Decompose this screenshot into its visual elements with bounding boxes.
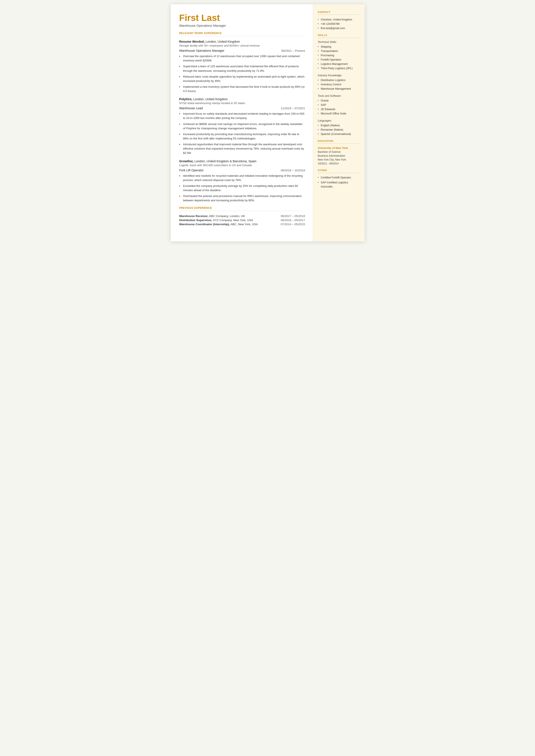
tool-sap: SAP [318,103,360,107]
bullet-1-3: Reduced labor costs despite opposition b… [179,74,305,83]
edu-location: New York City, New York [318,158,360,162]
bullet-1-2: Supervised a team of 125 warehouse assoc… [179,64,305,73]
bullet-3-2: Exceeded the company productivity averag… [179,184,305,192]
lang-spanish: Spanish (Conversational) [318,132,360,136]
candidate-name: First Last [179,13,305,23]
edu-field: Business Administration [318,154,360,158]
job-title: Warehouse Operations Manager [179,24,305,27]
bullet-2-2: Achieved an $890K annual cost savings on… [179,122,305,130]
prev-exp-dates-2: 06/2016 – 05/2017 [281,218,305,222]
job-row-2: Warehouse Lead 11/2019 – 07/2021 [179,106,305,110]
bullet-3-1: Identified new markets for recycled mate… [179,174,305,182]
other-item-2: SAP Certified Logistics Associate. [318,181,360,189]
prev-exp-title-3: Warehouse Coordinator (Internship), ABC,… [179,223,258,226]
skill-inventory: Inventory Control [318,82,360,87]
company-name-3: Growthsi, London, United Kingdom & Barce… [179,159,257,163]
languages-list: English (Native) Romanian (Native) Spani… [318,123,360,136]
skill-shipping: Shipping [318,44,360,49]
job-dates-3: 06/2018 – 10/2019 [281,169,305,172]
bullet-1-4: Implemented a new inventory system that … [179,85,305,93]
section-divider [179,36,305,36]
edu-school: University of New York [318,146,360,150]
previous-experience-header: PREVIOUS EXPERIENCE [179,207,305,210]
job-bullets-2: Improved focus on safety standards and d… [179,112,305,155]
company-desc-3: Logistic SaaS with 950,000 subscribers i… [179,164,305,167]
company-desc-2: NYSE-listed warehousing startup located … [179,101,305,105]
job-bullets-1: Oversaw the operations of 12 warehouses … [179,54,305,93]
job-role-3: Fork Lift Operator [179,169,204,172]
skill-3pl: Third-Party Logistics (3PL) [318,66,360,70]
lang-romanian: Romanian (Native) [318,127,360,132]
bullet-2-3: Increased productivity by promoting lean… [179,132,305,141]
company-name-1: Resume Worded, London, United Kingdom [179,40,240,43]
contact-divider [318,14,360,15]
prev-exp-dates-1: 06/2017 – 05/2018 [281,214,305,218]
industry-knowledge-label: Industry Knowledge: [318,74,360,77]
company-line-3: Growthsi, London, United Kingdom & Barce… [179,159,305,163]
tool-jd-edwards: JD Edwards [318,107,360,111]
company-name-2: Polyhire, London, United Kingdom [179,98,228,101]
contact-phone: +44 123456789 [318,22,360,26]
previous-experience-list: Warehouse Receiver, ABC Company, London,… [179,214,305,226]
job-role-1: Warehouse Operations Manager [179,49,225,52]
prev-exp-row-3: Warehouse Coordinator (Internship), ABC,… [179,223,305,226]
job-role-2: Warehouse Lead [179,106,203,110]
prev-exp-title-1: Warehouse Receiver, ABC Company, London,… [179,214,245,218]
bullet-2-1: Improved focus on safety standards and d… [179,112,305,120]
company-line-1: Resume Worded, London, United Kingdom [179,40,305,43]
prev-exp-title-2: Distribution Supervisor, XYZ Company, Ne… [179,218,253,222]
job-block-1: Resume Worded, London, United Kingdom St… [179,40,305,93]
contact-location: Cheshire, United Kingdom [318,17,360,22]
job-row-3: Fork Lift Operator 06/2018 – 10/2019 [179,169,305,172]
job-block-2: Polyhire, London, United Kingdom NYSE-li… [179,97,305,155]
contact-email: first.last@gmail.com [318,26,360,30]
job-block-3: Growthsi, London, United Kingdom & Barce… [179,159,305,203]
relevant-work-experience-header: RELEVANT WORK EXPERIENCE [179,32,305,35]
other-item-1: Certified Forklift Operator. [318,176,360,180]
contact-header: CONTACT [318,11,360,14]
other-header: OTHER [318,169,360,172]
prev-exp-row-1: Warehouse Receiver, ABC Company, London,… [179,214,305,218]
lang-english: English (Native) [318,123,360,127]
tool-ms-office: Microsoft Office Suite [318,111,360,116]
edu-degree: Bachelor of Science [318,150,360,154]
skill-warehouse: Warehouse Management [318,87,360,91]
skills-divider [318,38,360,38]
tools-list: Oracle SAP JD Edwards Microsoft Office S… [318,98,360,116]
edu-dates: 10/2011 - 06/2014 [318,162,360,165]
bullet-3-3: Overhauled the policies and procedures m… [179,194,305,203]
bullet-2-4: Introduced opportunities that improved m… [179,142,305,155]
industry-knowledge-list: Distribution Logistics Inventory Control… [318,78,360,91]
company-line-2: Polyhire, London, United Kingdom [179,97,305,101]
skill-purchasing: Purchasing [318,53,360,58]
skill-logistics: Logistics Management [318,62,360,66]
job-row-1: Warehouse Operations Manager 08/2021 – P… [179,49,305,52]
languages-label: Languages: [318,119,360,122]
contact-list: Cheshire, United Kingdom +44 123456789 f… [318,17,360,30]
education-header: EDUCATION [318,140,360,142]
job-dates-2: 11/2019 – 07/2021 [281,107,305,110]
job-bullets-3: Identified new markets for recycled mate… [179,174,305,203]
skills-header: SKILLS [318,34,360,37]
main-column: First Last Warehouse Operations Manager … [171,4,313,241]
tool-oracle: Oracle [318,98,360,103]
technical-skills-label: Technical Skills: [318,41,360,43]
job-dates-1: 08/2021 – Present [281,49,305,52]
prev-exp-dates-3: 07/2014 – 05/2015 [281,223,305,226]
bullet-1-1: Oversaw the operations of 12 warehouses … [179,54,305,63]
skill-distribution: Distribution Logistics [318,78,360,82]
skill-forklift: Forklift Operation [318,58,360,62]
sidebar: CONTACT Cheshire, United Kingdom +44 123… [313,4,365,241]
skill-transportation: Transportation [318,49,360,53]
company-desc-1: Storage facility with 50+ employees and … [179,44,305,47]
tools-label: Tools and Software: [318,95,360,98]
technical-skills-list: Shipping Transportation Purchasing Forkl… [318,44,360,70]
prev-exp-row-2: Distribution Supervisor, XYZ Company, Ne… [179,218,305,222]
resume-wrapper: First Last Warehouse Operations Manager … [171,4,365,241]
